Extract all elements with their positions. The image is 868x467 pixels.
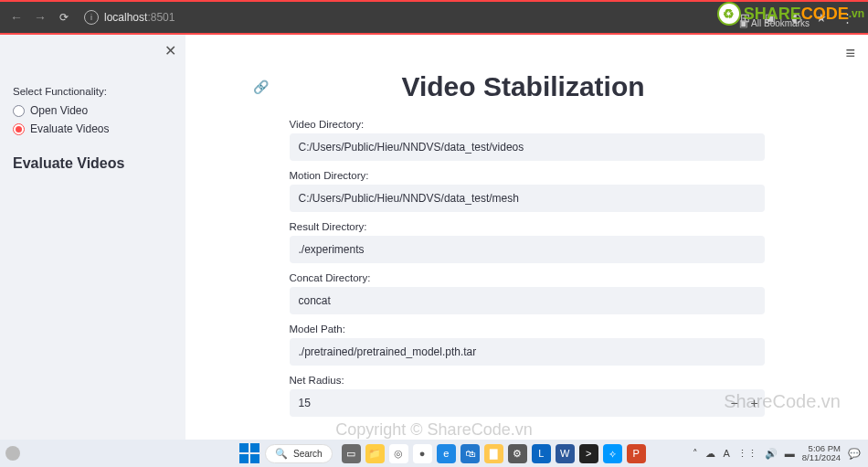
radio-icon	[13, 123, 25, 135]
forward-button[interactable]: →	[31, 8, 49, 27]
site-info-icon[interactable]: i	[84, 10, 99, 25]
start-button[interactable]	[239, 443, 259, 463]
taskbar-app-chrome[interactable]: ●	[413, 444, 432, 463]
taskbar-app-explorer[interactable]: 📁	[365, 444, 385, 463]
taskbar-app-settings[interactable]: ⚙	[508, 444, 527, 463]
number-input[interactable]	[290, 389, 725, 417]
taskbar-search[interactable]: 🔍 Search	[265, 444, 333, 463]
wifi-icon[interactable]: ⋮⋮	[737, 448, 757, 460]
anchor-link-icon[interactable]: 🔗	[253, 80, 270, 94]
functionality-radio-group: Open VideoEvaluate Videos	[13, 104, 173, 135]
sidebar: ✕ Select Functionality: Open VideoEvalua…	[0, 35, 185, 440]
language-icon[interactable]: A	[723, 448, 729, 459]
text-input[interactable]	[290, 236, 765, 263]
radio-label: Evaluate Videos	[30, 122, 110, 135]
field-label: Result Directory:	[290, 221, 765, 232]
taskbar-app-word[interactable]: W	[556, 444, 575, 463]
field-5: Net Radius:−+	[290, 375, 765, 417]
field-label: Motion Directory:	[290, 170, 765, 181]
field-label: Net Radius:	[290, 375, 765, 386]
taskbar-app-linkedin[interactable]: L	[532, 444, 551, 463]
taskbar-app-terminal[interactable]: >	[579, 444, 598, 463]
increment-button[interactable]: +	[745, 396, 765, 410]
field-3: Concat Directory:	[290, 272, 765, 314]
notifications-icon[interactable]: 💬	[848, 448, 861, 460]
watermark-brand-a: SHARE	[744, 5, 801, 24]
weather-icon	[5, 446, 20, 461]
system-tray[interactable]: ˄ ☁ A ⋮⋮ 🔊 ▬ 5:06 PM 8/11/2024 💬	[693, 444, 868, 463]
main-menu-button[interactable]: ≡	[845, 44, 855, 63]
taskbar-app-vscode[interactable]: ⟡	[603, 444, 622, 463]
watermark-brand-b: CODE	[801, 5, 849, 24]
field-label: Concat Directory:	[290, 272, 765, 283]
main-panel: ≡ 🔗 Video Stabilization Video Directory:…	[185, 35, 868, 440]
radio-option-evaluate-videos[interactable]: Evaluate Videos	[13, 122, 173, 135]
taskbar-app-task-view[interactable]: ▭	[342, 444, 361, 463]
clock-date: 8/11/2024	[802, 453, 841, 462]
url-text: localhost:8501	[104, 11, 175, 24]
field-0: Video Directory:	[290, 119, 765, 161]
onedrive-icon[interactable]: ☁	[705, 448, 715, 460]
recycle-icon: ♻	[717, 2, 741, 26]
taskbar-app-powerpoint[interactable]: P	[627, 444, 646, 463]
sidebar-page-title: Evaluate Videos	[13, 155, 173, 172]
watermark-suffix: .vn	[849, 7, 864, 20]
field-1: Motion Directory:	[290, 170, 765, 212]
watermark-logo: ♻ SHARECODE.vn	[717, 2, 864, 26]
text-input[interactable]	[290, 185, 765, 212]
search-icon: 🔍	[275, 448, 288, 460]
text-input[interactable]	[290, 338, 765, 366]
radio-icon	[13, 105, 25, 117]
radio-label: Open Video	[30, 104, 88, 117]
number-input-row: −+	[290, 389, 765, 417]
streamlit-app: ✕ Select Functionality: Open VideoEvalua…	[0, 33, 868, 440]
volume-icon[interactable]: 🔊	[765, 448, 778, 460]
taskbar-app-store[interactable]: 🛍	[460, 444, 480, 463]
search-placeholder: Search	[293, 449, 323, 459]
decrement-button[interactable]: −	[725, 396, 745, 410]
sidebar-close-button[interactable]: ✕	[164, 42, 176, 59]
taskbar-app-copilot[interactable]: ◎	[389, 444, 408, 463]
reload-button[interactable]: ⟳	[55, 8, 73, 27]
content: 🔗 Video Stabilization Video Directory:Mo…	[290, 35, 765, 435]
sidebar-header: Select Functionality:	[13, 86, 173, 97]
text-input[interactable]	[290, 287, 765, 314]
taskbar-clock[interactable]: 5:06 PM 8/11/2024	[802, 444, 841, 463]
page-title: Video Stabilization	[282, 71, 765, 102]
address-bar[interactable]: i localhost:8501	[79, 10, 731, 25]
back-button[interactable]: ←	[7, 8, 26, 27]
taskbar-apps: ▭📁◎●e🛍▇⚙LW>⟡P	[342, 444, 646, 463]
battery-icon[interactable]: ▬	[785, 448, 795, 459]
field-4: Model Path:	[290, 324, 765, 366]
field-2: Result Directory:	[290, 221, 765, 263]
text-input[interactable]	[290, 133, 765, 161]
taskbar-app-edge[interactable]: e	[437, 444, 456, 463]
taskbar-widgets[interactable]	[0, 446, 20, 461]
tray-chevron-icon[interactable]: ˄	[693, 448, 698, 460]
field-label: Video Directory:	[290, 119, 765, 130]
field-label: Model Path:	[290, 324, 765, 334]
radio-option-open-video[interactable]: Open Video	[13, 104, 173, 117]
windows-taskbar: 🔍 Search ▭📁◎●e🛍▇⚙LW>⟡P ˄ ☁ A ⋮⋮ 🔊 ▬ 5:06…	[0, 440, 868, 467]
taskbar-app-folder[interactable]: ▇	[484, 444, 503, 463]
